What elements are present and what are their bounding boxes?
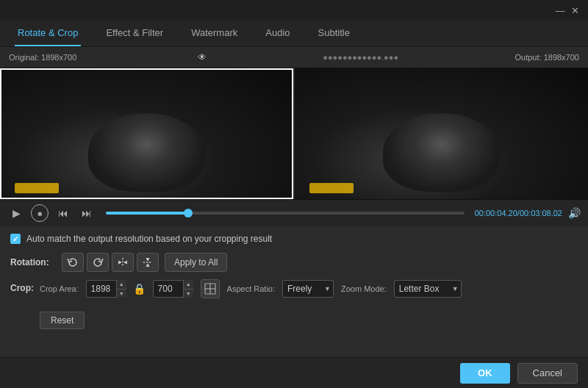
prev-frame-button[interactable]: ⏮ [54, 204, 72, 222]
crop-row: Crop Area: ▲ ▼ 🔒 ▲ ▼ [40, 279, 462, 298]
subtitle-overlay-right [309, 183, 354, 193]
crop-height-field: ▲ ▼ [153, 280, 193, 298]
video-thumbnail-right [295, 68, 588, 199]
crop-area-label: Crop Area: [40, 284, 79, 293]
preview-frame-right [295, 68, 588, 199]
flip-vertical-button[interactable] [137, 253, 159, 272]
reset-button[interactable]: Reset [40, 312, 85, 329]
tab-audio[interactable]: Audio [262, 21, 293, 46]
time-total: 00:03:08.02 [520, 209, 562, 218]
tab-bar: Rotate & Crop Effect & Filter Watermark … [0, 21, 588, 47]
crop-width-field: ▲ ▼ [86, 280, 126, 298]
zoom-mode-select-wrap: Letter Box Pan & Scan Full ▼ [394, 280, 462, 298]
tab-watermark[interactable]: Watermark [188, 21, 240, 46]
tab-subtitle[interactable]: Subtitle [315, 21, 353, 46]
apply-to-all-button[interactable]: Apply to All [165, 253, 227, 272]
subtitle-overlay-left [15, 183, 59, 193]
zoom-mode-label: Zoom Mode: [341, 284, 387, 293]
stop-button[interactable]: ■ [31, 204, 49, 222]
cancel-button[interactable]: Cancel [517, 363, 578, 384]
title-bar: — ✕ [0, 0, 588, 21]
minimize-button[interactable]: — [553, 3, 567, 18]
tab-effect-filter[interactable]: Effect & Filter [103, 21, 166, 46]
controls-panel: Auto match the output resolution based o… [0, 226, 588, 335]
output-resolution: Output: 1898x700 [515, 53, 579, 62]
crop-height-spinners: ▲ ▼ [183, 280, 193, 298]
original-resolution: Original: 1898x700 [9, 53, 76, 62]
rotation-row: Rotation: [10, 253, 578, 272]
lock-icon[interactable]: 🔒 [134, 281, 146, 296]
time-current: 00:00:04.20 [475, 209, 517, 218]
info-bar: Original: 1898x700 👁 ●●●●●●●●●●●●.●●● Ou… [0, 47, 588, 68]
volume-icon[interactable]: 🔊 [568, 207, 581, 219]
progress-thumb [184, 209, 193, 218]
next-frame-button[interactable]: ⏭ [78, 204, 96, 222]
rotate-left-button[interactable] [62, 253, 84, 272]
crop-height-down[interactable]: ▼ [183, 290, 193, 298]
rotate-right-button[interactable] [87, 253, 109, 272]
close-button[interactable]: ✕ [567, 3, 582, 18]
footer: OK Cancel [0, 357, 588, 388]
aspect-ratio-label: Aspect Ratio: [227, 284, 275, 293]
ok-button[interactable]: OK [460, 363, 510, 384]
tab-rotate-crop[interactable]: Rotate & Crop [15, 21, 81, 46]
crop-width-up[interactable]: ▲ [116, 280, 126, 290]
crop-height-up[interactable]: ▲ [183, 280, 193, 290]
preview-frame-left [0, 68, 295, 199]
crop-label: Crop: [10, 283, 40, 293]
video-thumbnail-left [0, 68, 293, 199]
eye-icon[interactable]: 👁 [198, 52, 207, 62]
progress-fill [106, 212, 188, 215]
rotation-label: Rotation: [10, 257, 62, 267]
crop-width-down[interactable]: ▼ [116, 290, 126, 298]
crop-section: Crop: Crop Area: ▲ ▼ 🔒 ▲ ▼ [10, 279, 578, 329]
time-display: 00:00:04.20/00:03:08.02 [475, 209, 562, 218]
auto-match-checkbox[interactable] [10, 234, 21, 244]
playback-bar: ▶ ■ ⏮ ⏭ 00:00:04.20/00:03:08.02 🔊 [0, 200, 588, 226]
filename: ●●●●●●●●●●●●.●●● [323, 53, 398, 62]
aspect-ratio-select[interactable]: Freely 16:9 4:3 1:1 [282, 280, 334, 298]
progress-bar[interactable] [106, 212, 465, 215]
play-button[interactable]: ▶ [7, 204, 25, 222]
crop-width-spinners: ▲ ▼ [116, 280, 126, 298]
auto-match-label: Auto match the output resolution based o… [26, 234, 272, 244]
auto-match-row: Auto match the output resolution based o… [10, 234, 578, 244]
zoom-mode-select[interactable]: Letter Box Pan & Scan Full [394, 280, 462, 298]
reset-row: Reset [40, 312, 462, 329]
aspect-ratio-select-wrap: Freely 16:9 4:3 1:1 ▼ [282, 280, 334, 298]
center-crop-button[interactable] [201, 279, 220, 298]
preview-area [0, 68, 588, 200]
flip-horizontal-button[interactable] [112, 253, 134, 272]
